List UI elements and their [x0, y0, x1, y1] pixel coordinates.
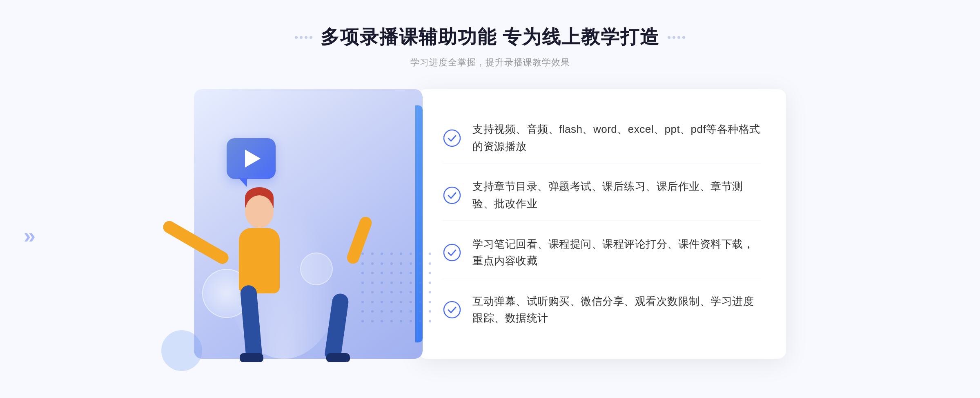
- shoe-right: [326, 353, 350, 362]
- svg-point-3: [444, 302, 460, 318]
- feature-item-1: 支持视频、音频、flash、word、excel、ppt、pdf等各种格式的资源…: [443, 113, 762, 163]
- page-subtitle: 学习进度全掌握，提升录播课教学效果: [295, 56, 686, 69]
- illustration-card: [194, 89, 423, 359]
- svg-point-1: [444, 187, 460, 203]
- header-section: 多项录播课辅助功能 专为线上教学打造 学习进度全掌握，提升录播课教学效果: [295, 25, 686, 69]
- header-deco-left: [295, 36, 312, 39]
- feature-item-3: 学习笔记回看、课程提问、课程评论打分、课件资料下载，重点内容收藏: [443, 228, 762, 278]
- leg-left: [240, 285, 263, 360]
- head: [245, 195, 274, 228]
- svg-point-2: [444, 244, 460, 261]
- page-title: 多项录播课辅助功能 专为线上教学打造: [321, 25, 660, 50]
- person-illustration: [218, 146, 365, 359]
- torso: [239, 228, 280, 293]
- features-panel: 支持视频、音频、flash、word、excel、ppt、pdf等各种格式的资源…: [419, 89, 786, 359]
- content-area: 支持视频、音频、flash、word、excel、ppt、pdf等各种格式的资源…: [172, 89, 808, 359]
- svg-point-0: [444, 130, 460, 146]
- feature-item-4: 互动弹幕、试听购买、微信分享、观看次数限制、学习进度跟踪、数据统计: [443, 285, 762, 335]
- check-circle-icon-4: [443, 301, 461, 319]
- left-chevron-icon: »: [24, 224, 36, 248]
- blue-circle-deco: [161, 330, 202, 371]
- arm-right: [161, 219, 231, 266]
- check-circle-icon-1: [443, 129, 461, 147]
- title-row: 多项录播课辅助功能 专为线上教学打造: [295, 25, 686, 50]
- feature-text-2: 支持章节目录、弹题考试、课后练习、课后作业、章节测验、批改作业: [472, 178, 762, 212]
- feature-item-2: 支持章节目录、弹题考试、课后练习、课后作业、章节测验、批改作业: [443, 170, 762, 221]
- feature-text-4: 互动弹幕、试听购买、微信分享、观看次数限制、学习进度跟踪、数据统计: [472, 293, 762, 327]
- check-circle-icon-2: [443, 186, 461, 204]
- feature-text-3: 学习笔记回看、课程提问、课程评论打分、课件资料下载，重点内容收藏: [472, 236, 762, 270]
- page-container: 多项录播课辅助功能 专为线上教学打造 学习进度全掌握，提升录播课教学效果: [0, 0, 980, 398]
- leg-right: [324, 293, 350, 360]
- header-deco-right: [668, 36, 685, 39]
- check-circle-icon-3: [443, 244, 461, 262]
- feature-text-1: 支持视频、音频、flash、word、excel、ppt、pdf等各种格式的资源…: [472, 121, 762, 155]
- dots-grid: [361, 253, 435, 326]
- shoe-left: [240, 353, 263, 362]
